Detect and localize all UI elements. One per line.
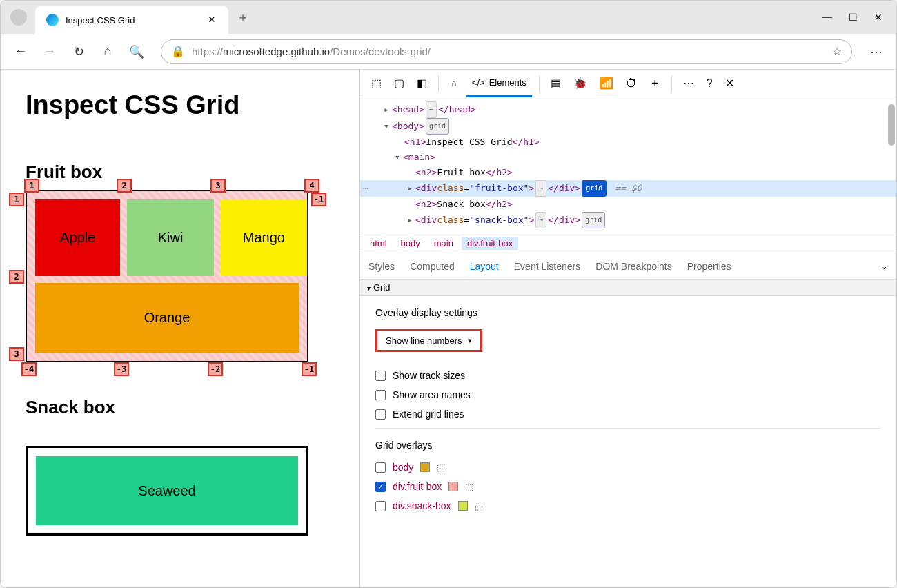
crumb-body[interactable]: body [395, 237, 426, 250]
grid-section-header[interactable]: Grid [360, 280, 896, 296]
grid-line-number: 1 [9, 193, 24, 206]
show-track-sizes-row: Show track sizes [375, 370, 881, 381]
url-text: https://microsoftedge.github.io/Demos/de… [192, 46, 431, 57]
elements-tab[interactable]: </> Elements [466, 70, 532, 97]
more-tabs-icon[interactable]: ＋ [645, 76, 664, 90]
inspect-element-icon[interactable]: ⬚ [367, 77, 386, 90]
breadcrumb: html body main div.fruit-box [360, 233, 896, 253]
title-bar: Inspect CSS Grid ✕ ＋ — ☐ ✕ [1, 1, 896, 34]
overlay-fruit-row: ✓ div.fruit-box ⬚ [375, 481, 881, 492]
dock-icon[interactable]: ◧ [413, 77, 431, 90]
minimize-icon[interactable]: — [822, 12, 832, 23]
tab-layout[interactable]: Layout [470, 261, 499, 272]
welcome-tab[interactable]: ⌂ [446, 70, 462, 97]
styles-tabbar: Styles Computed Layout Event Listeners D… [360, 253, 896, 280]
grid-line-number: -1 [311, 193, 326, 206]
reveal-icon[interactable]: ⬚ [475, 501, 483, 511]
maximize-icon[interactable]: ☐ [849, 12, 858, 23]
devtools-tabbar: ⬚ ▢ ◧ ⌂ </> Elements ▤ 🐞 📶 ⏱ ＋ ⋯ ? ✕ [360, 70, 896, 97]
grid-line-number: 2 [9, 270, 24, 284]
snack-box-heading: Snack box [26, 397, 335, 418]
issues-icon[interactable]: 🐞 [569, 77, 591, 90]
overlay-body-swatch[interactable] [420, 462, 430, 472]
grid-line-number: 1 [24, 179, 39, 193]
overlay-snack-swatch[interactable] [458, 501, 468, 511]
refresh-button[interactable]: ↻ [67, 40, 90, 63]
webpage: Inspect CSS Grid Fruit box Apple Kiwi Ma… [1, 70, 359, 587]
grid-cell-orange: Orange [35, 283, 299, 353]
page-heading: Inspect CSS Grid [26, 90, 335, 120]
devtools-panel: ⬚ ▢ ◧ ⌂ </> Elements ▤ 🐞 📶 ⏱ ＋ ⋯ ? ✕ ▸<h… [359, 70, 896, 587]
grid-line-number: -1 [302, 362, 317, 376]
close-window-icon[interactable]: ✕ [874, 12, 883, 23]
tab-dom-breakpoints[interactable]: DOM Breakpoints [595, 261, 671, 272]
reveal-icon[interactable]: ⬚ [437, 462, 445, 473]
tab-properties[interactable]: Properties [687, 261, 731, 272]
edge-favicon [46, 14, 59, 26]
profile-avatar[interactable] [10, 9, 27, 26]
grid-cell-seaweed: Seaweed [36, 456, 298, 525]
grid-line-number: 3 [210, 179, 226, 193]
forward-button[interactable]: → [38, 40, 61, 63]
performance-icon[interactable]: ⏱ [622, 77, 641, 90]
grid-cell-apple: Apple [35, 199, 120, 276]
crumb-main[interactable]: main [428, 237, 459, 250]
crumb-html[interactable]: html [364, 237, 393, 250]
overlay-snack-row: div.snack-box ⬚ [375, 500, 881, 511]
lock-icon: 🔒 [171, 45, 185, 58]
grid-line-number: 4 [304, 179, 319, 193]
content-area: Inspect CSS Grid Fruit box Apple Kiwi Ma… [1, 70, 896, 587]
overlay-body-row: body ⬚ [375, 462, 881, 473]
browser-toolbar: ← → ↻ ⌂ 🔍 🔒 https://microsoftedge.github… [1, 34, 896, 70]
grid-line-number: 2 [117, 179, 132, 193]
overlay-fruit-checkbox[interactable]: ✓ [375, 482, 386, 492]
fruit-box-grid: Apple Kiwi Mango Orange [26, 190, 308, 362]
tab-computed[interactable]: Computed [410, 261, 455, 272]
dom-tree[interactable]: ▸<head>⋯</head> ▾<body> grid <h1>Inspect… [360, 97, 896, 233]
grid-line-number: -3 [114, 362, 129, 376]
browser-window: Inspect CSS Grid ✕ ＋ — ☐ ✕ ← → ↻ ⌂ 🔍 🔒 h… [0, 0, 897, 588]
overlay-settings-title: Overlay display settings [375, 307, 881, 318]
grid-cell-kiwi: Kiwi [127, 199, 213, 276]
track-sizes-checkbox[interactable] [375, 371, 386, 381]
device-toolbar-icon[interactable]: ▢ [390, 77, 408, 90]
kebab-menu-icon[interactable]: ⋯ [679, 77, 698, 90]
home-button[interactable]: ⌂ [96, 40, 119, 63]
tab-styles[interactable]: Styles [368, 261, 395, 272]
more-menu-icon[interactable]: ⋯ [865, 40, 888, 63]
layout-panel: Grid Overlay display settings Show line … [360, 280, 896, 587]
expand-sidebar-icon[interactable]: ⌄ [880, 261, 888, 271]
crumb-fruit-box[interactable]: div.fruit-box [462, 237, 518, 250]
extend-grid-lines-row: Extend grid lines [375, 409, 881, 420]
extend-lines-checkbox[interactable] [375, 409, 386, 420]
grid-line-number: 3 [9, 347, 24, 361]
snack-box-grid: Seaweed [26, 446, 308, 536]
grid-line-number: -2 [208, 362, 223, 376]
console-icon[interactable]: ▤ [546, 77, 565, 90]
grid-cell-mango: Mango [221, 199, 307, 276]
line-numbers-dropdown[interactable]: Show line numbers [375, 329, 482, 352]
network-conditions-icon[interactable]: 📶 [595, 77, 618, 90]
area-names-checkbox[interactable] [375, 390, 386, 400]
reveal-icon[interactable]: ⬚ [465, 482, 473, 492]
help-icon[interactable]: ? [702, 77, 717, 90]
scrollbar[interactable] [887, 97, 895, 233]
overlay-fruit-swatch[interactable] [448, 482, 458, 491]
new-tab-button[interactable]: ＋ [237, 9, 249, 26]
browser-tab[interactable]: Inspect CSS Grid ✕ [35, 6, 228, 34]
back-button[interactable]: ← [9, 40, 32, 63]
close-tab-icon[interactable]: ✕ [206, 14, 217, 26]
grid-line-number: -4 [21, 362, 37, 376]
search-button[interactable]: 🔍 [125, 40, 148, 63]
overlay-body-checkbox[interactable] [375, 462, 386, 473]
tab-event-listeners[interactable]: Event Listeners [514, 261, 581, 272]
favorite-icon[interactable]: ☆ [832, 45, 842, 58]
fruit-box-wrapper: Apple Kiwi Mango Orange 1 2 3 4 1 2 3 -1… [26, 190, 308, 362]
window-controls: — ☐ ✕ [822, 12, 891, 23]
close-devtools-icon[interactable]: ✕ [721, 77, 738, 90]
overlay-snack-checkbox[interactable] [375, 501, 386, 511]
fruit-box-heading: Fruit box [26, 161, 335, 183]
grid-overlays-title: Grid overlays [375, 440, 881, 451]
show-area-names-row: Show area names [375, 389, 881, 400]
address-bar[interactable]: 🔒 https://microsoftedge.github.io/Demos/… [161, 39, 852, 64]
